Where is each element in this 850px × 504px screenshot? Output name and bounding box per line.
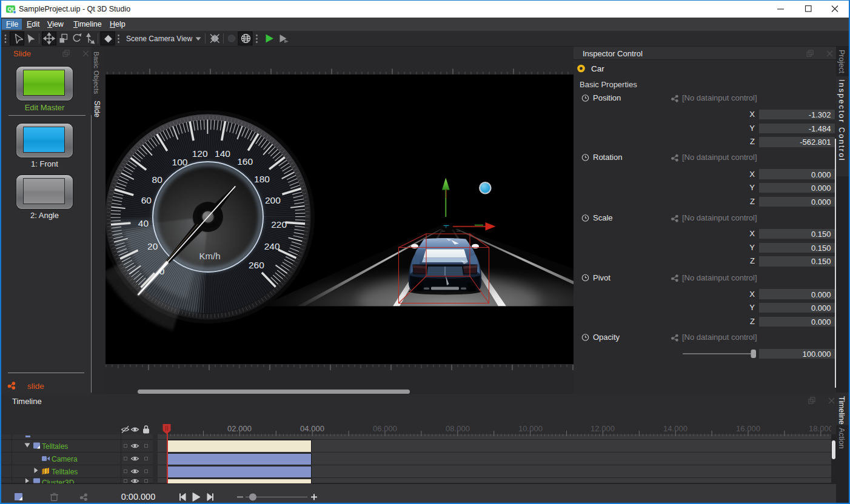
svg-text:18.000: 18.000 [809, 424, 831, 433]
svg-text:100: 100 [172, 157, 188, 167]
svg-text:60: 60 [141, 195, 152, 205]
svg-text:260: 260 [249, 260, 264, 270]
svg-text:20: 20 [147, 241, 158, 251]
svg-text:Scene Camera View: Scene Camera View [126, 35, 193, 43]
svg-text:200: 200 [265, 195, 281, 205]
svg-text:220: 220 [271, 219, 287, 230]
svg-text:240: 240 [264, 241, 280, 251]
svg-text:120: 120 [192, 148, 208, 159]
svg-text:180: 180 [254, 174, 270, 184]
svg-text:40: 40 [138, 218, 149, 228]
svg-text:140: 140 [215, 148, 230, 159]
svg-text:Km/h: Km/h [199, 251, 220, 261]
svg-text:160: 160 [237, 156, 253, 167]
svg-text:80: 80 [152, 174, 163, 185]
